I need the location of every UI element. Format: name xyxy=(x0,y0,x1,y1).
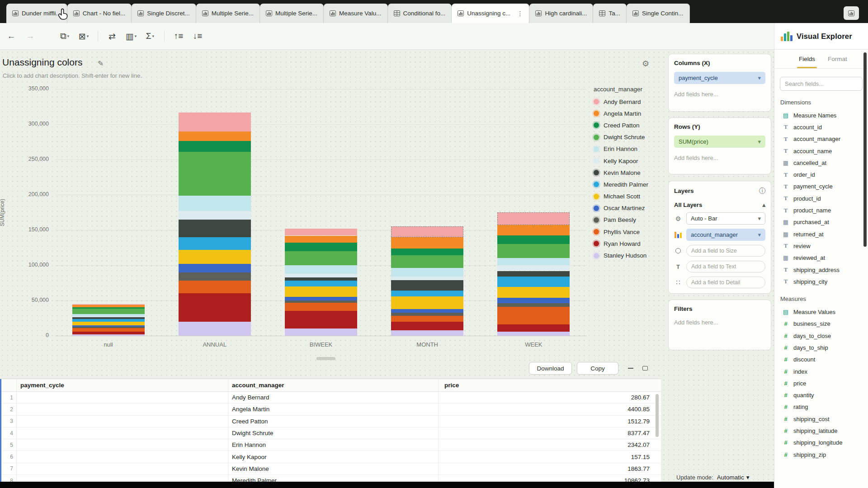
legend-item-ryan-howard[interactable]: Ryan Howard xyxy=(594,238,670,249)
table-row-4[interactable]: 4Dwight Schrute8377.47 xyxy=(0,427,661,439)
sort-ascending-icon[interactable]: ↑≡ xyxy=(172,29,185,43)
bar-segment-meredith-palmer[interactable] xyxy=(497,277,570,287)
bar-annual[interactable] xyxy=(179,112,251,336)
horizontal-scrollbar[interactable] xyxy=(316,357,335,360)
tab-single-contin[interactable]: Single Contin... xyxy=(627,4,690,23)
sort-descending-icon[interactable]: ↓≡ xyxy=(191,29,204,43)
bar-segment-kelly-kapoor[interactable] xyxy=(497,265,570,271)
bar-segment-dwight-schrute[interactable] xyxy=(497,244,570,258)
table-row-2[interactable]: 2Angela Martin4400.85 xyxy=(0,404,661,415)
filters-add-fields-placeholder[interactable]: Add fields here... xyxy=(674,319,765,326)
bar-segment-dwight-schrute[interactable] xyxy=(391,255,463,268)
bar-segment-pam-beesly[interactable] xyxy=(285,300,357,303)
tab-single-discret[interactable]: Single Discret... xyxy=(132,4,196,23)
field-shipping-latitude[interactable]: #shipping_latitude xyxy=(774,425,868,436)
rows-add-fields-placeholder[interactable]: Add fields here... xyxy=(674,155,765,161)
field-discount[interactable]: #discount xyxy=(774,354,868,366)
bar-segment-pam-beesly[interactable] xyxy=(497,303,570,307)
bar-segment-kelly-kapoor[interactable] xyxy=(391,277,463,280)
field-shipping-zip[interactable]: #shipping_zip xyxy=(774,449,868,460)
bar-segment-oscar-martinez[interactable] xyxy=(391,309,463,313)
field-price[interactable]: #price xyxy=(774,377,868,389)
bar-segment-meredith-palmer[interactable] xyxy=(72,319,145,322)
bar-segment-kevin-malone[interactable] xyxy=(285,277,357,281)
table-row-5[interactable]: 5Erin Hannon2342.07 xyxy=(0,439,661,451)
tab-fields[interactable]: Fields xyxy=(799,50,815,68)
fields-scrollbar[interactable] xyxy=(863,52,867,247)
bar-segment-phyllis-vance[interactable] xyxy=(497,307,570,324)
bar-biweek[interactable] xyxy=(285,228,357,336)
field-order-id[interactable]: Torder_id xyxy=(774,169,868,180)
bar-week[interactable] xyxy=(497,212,570,336)
bar-segment-erin-hannon[interactable] xyxy=(285,265,357,274)
bar-segment-erin-hannon[interactable] xyxy=(72,314,145,316)
field-business-size[interactable]: #business_size xyxy=(774,318,868,330)
field-payment-cycle[interactable]: Tpayment_cycle xyxy=(774,181,868,192)
bar-segment-meredith-palmer[interactable] xyxy=(391,291,463,296)
legend-item-dwight-schrute[interactable]: Dwight Schrute xyxy=(594,131,670,143)
chart-settings-gear-icon[interactable] xyxy=(642,59,649,69)
field-purchased-at[interactable]: ▦purchased_at xyxy=(774,216,868,228)
legend-item-oscar-martinez[interactable]: Oscar Martinez xyxy=(594,202,670,214)
bar-segment-erin-hannon[interactable] xyxy=(391,268,463,277)
tab-unassigning-c[interactable]: Unassigning c...⋮ xyxy=(452,4,529,23)
legend-item-creed-patton[interactable]: Creed Patton xyxy=(594,119,670,131)
bar-segment-creed-patton[interactable] xyxy=(391,249,463,256)
bar-segment-erin-hannon[interactable] xyxy=(497,258,570,265)
field-cancelled-at[interactable]: ▦cancelled_at xyxy=(774,157,868,169)
field-rating[interactable]: #rating xyxy=(774,401,868,413)
all-layers-row[interactable]: All Layers xyxy=(674,202,765,208)
tab-multiple-serie[interactable]: Multiple Serie... xyxy=(196,4,260,23)
field-shipping-longitude[interactable]: #shipping_longitude xyxy=(774,437,868,449)
bar-segment-oscar-martinez[interactable] xyxy=(285,297,357,300)
bar-null[interactable] xyxy=(72,304,145,336)
bar-segment-stanley-hudson[interactable] xyxy=(179,322,251,336)
field-shipping-cost[interactable]: #shipping_cost xyxy=(774,413,868,425)
info-icon[interactable] xyxy=(759,187,765,195)
detail-field-dropzone[interactable]: Add a field to Detail xyxy=(686,277,765,288)
columns-add-fields-placeholder[interactable]: Add fields here... xyxy=(674,91,765,98)
field-product-id[interactable]: Tproduct_id xyxy=(774,192,868,204)
bar-segment-meredith-palmer[interactable] xyxy=(179,237,251,250)
table-row-3[interactable]: 3Creed Patton1512.79 xyxy=(0,416,661,427)
bar-segment-angela-martin[interactable] xyxy=(391,237,463,249)
bar-segment-kelly-kapoor[interactable] xyxy=(179,211,251,220)
chart-type-icon[interactable]: ▥▾ xyxy=(124,29,138,43)
bar-segment-pam-beesly[interactable] xyxy=(391,313,463,316)
field-days-to-ship[interactable]: #days_to_ship xyxy=(774,342,868,353)
bar-segment-dwight-schrute[interactable] xyxy=(285,251,357,265)
tab-format[interactable]: Format xyxy=(828,50,847,68)
layer-settings-gear-icon[interactable] xyxy=(674,215,682,222)
table-row-1[interactable]: 1Andy Bernard280.67 xyxy=(0,392,661,404)
bar-segment-phyllis-vance[interactable] xyxy=(179,281,251,293)
mark-type-select[interactable]: Auto - Bar xyxy=(686,212,765,225)
duplicate-chart-icon[interactable]: ⧉▾ xyxy=(58,29,71,43)
bar-month[interactable] xyxy=(391,226,463,336)
tab-measure-valu[interactable]: Measure Valu... xyxy=(324,4,388,23)
bar-segment-dwight-schrute[interactable] xyxy=(179,152,251,196)
bar-segment-ryan-howard[interactable] xyxy=(497,324,570,332)
field-account-name[interactable]: Taccount_name xyxy=(774,145,868,157)
field-index[interactable]: #index xyxy=(774,366,868,377)
legend-item-pam-beesly[interactable]: Pam Beesly xyxy=(594,214,670,226)
bar-segment-oscar-martinez[interactable] xyxy=(497,298,570,303)
bar-segment-creed-patton[interactable] xyxy=(285,243,357,251)
field-quantity[interactable]: #quantity xyxy=(774,389,868,401)
update-mode-select[interactable]: Automatic xyxy=(717,474,750,481)
field-measure-names[interactable]: ▤Measure Names xyxy=(774,109,868,121)
bar-segment-michael-scott[interactable] xyxy=(497,287,570,297)
bar-segment-phyllis-vance[interactable] xyxy=(72,328,145,332)
field-account-manager[interactable]: Taccount_manager xyxy=(774,133,868,145)
bar-segment-oscar-martinez[interactable] xyxy=(179,264,251,272)
field-returned-at[interactable]: ▦returned_at xyxy=(774,228,868,240)
chart-description-placeholder[interactable]: Click to add chart description. Shift-en… xyxy=(3,72,142,79)
column-header-payment-cycle[interactable]: payment_cycle xyxy=(17,379,228,391)
bar-segment-dwight-schrute[interactable] xyxy=(72,309,145,314)
bar-segment-michael-scott[interactable] xyxy=(72,322,145,325)
bar-segment-phyllis-vance[interactable] xyxy=(285,303,357,311)
field-product-name[interactable]: Tproduct_name xyxy=(774,204,868,216)
bar-segment-ryan-howard[interactable] xyxy=(179,293,251,321)
bar-segment-ryan-howard[interactable] xyxy=(391,322,463,330)
bar-segment-pam-beesly[interactable] xyxy=(72,327,145,328)
bar-segment-angela-martin[interactable] xyxy=(497,225,570,235)
